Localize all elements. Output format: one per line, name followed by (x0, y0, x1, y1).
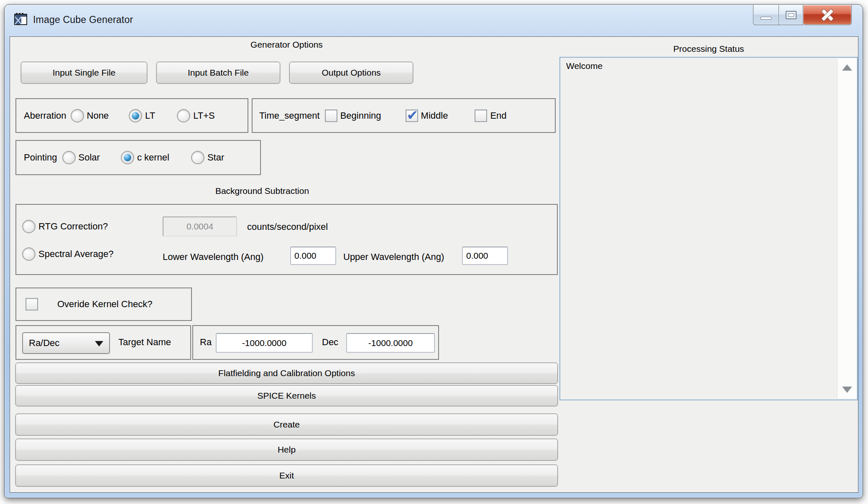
maximize-button[interactable] (779, 5, 803, 25)
ra-label: Ra (200, 337, 212, 348)
radio-icon (129, 109, 142, 122)
dec-label: Dec (322, 337, 338, 348)
radio-icon (71, 109, 84, 122)
radio-icon (22, 220, 36, 233)
radio-icon (22, 247, 36, 261)
client-area: Generator Options Input Single File Inpu… (10, 36, 858, 493)
input-single-file-button[interactable]: Input Single File (21, 62, 147, 84)
time-segment-label: Time_segment (259, 110, 320, 121)
aberration-group: Aberration None LT LT+S (15, 98, 248, 133)
background-subtraction-group: RTG Correction? counts/second/pixel Spec… (15, 204, 558, 275)
window-title: Image Cube Generator (33, 14, 133, 25)
radio-icon (62, 151, 76, 164)
checkbox-end[interactable]: End (475, 109, 506, 122)
time-segment-group: Time_segment Beginning Middle End (252, 98, 556, 133)
upper-wavelength-label: Upper Wavelength (Ang) (343, 252, 444, 262)
dropdown-value: Ra/Dec (29, 338, 59, 349)
screen: Image Cube Generator Generator Options I… (0, 0, 868, 504)
radio-icon (121, 151, 134, 164)
checkbox-icon (406, 109, 418, 122)
upper-wavelength-input[interactable] (462, 247, 508, 265)
maximize-icon (786, 11, 797, 19)
radec-group: Ra Dec (192, 325, 439, 360)
help-button[interactable]: Help (15, 439, 558, 461)
titlebar[interactable]: Image Cube Generator (5, 5, 863, 36)
radio-aberration-none[interactable]: None (71, 109, 109, 122)
radio-pointing-star[interactable]: Star (191, 151, 224, 164)
processing-status-panel: Welcome (559, 57, 858, 400)
scroll-down-icon[interactable] (842, 387, 852, 393)
scroll-up-icon[interactable] (842, 64, 852, 71)
target-name-label: Target Name (118, 337, 171, 348)
flatfielding-calibration-button[interactable]: Flatfielding and Calibration Options (15, 363, 558, 384)
dec-input[interactable] (346, 333, 435, 353)
radio-aberration-lts[interactable]: LT+S (177, 109, 215, 122)
input-batch-file-button[interactable]: Input Batch File (156, 62, 280, 84)
checkbox-icon (325, 109, 337, 122)
target-mode-group: Ra/Dec Target Name (15, 325, 191, 360)
close-button[interactable] (803, 5, 852, 25)
lower-wavelength-label: Lower Wavelength (Ang) (163, 252, 263, 262)
override-kernel-group: Overide Kernel Check? (15, 288, 192, 321)
window-controls (753, 5, 852, 25)
radio-icon (177, 109, 190, 122)
ra-input[interactable] (216, 333, 313, 353)
radio-pointing-solar[interactable]: Solar (62, 151, 100, 164)
rtg-rate-input[interactable] (163, 216, 237, 237)
checkbox-icon (26, 298, 38, 311)
radio-icon (191, 151, 204, 164)
background-subtraction-heading: Background Subtraction (15, 186, 509, 196)
checkbox-icon (475, 109, 487, 122)
chevron-down-icon (95, 341, 103, 346)
lower-wavelength-input[interactable] (290, 247, 336, 265)
exit-button[interactable]: Exit (15, 465, 558, 486)
generator-options-heading: Generator Options (15, 40, 558, 50)
checkbox-beginning[interactable]: Beginning (325, 109, 381, 122)
minimize-button[interactable] (753, 5, 779, 25)
pointing-group: Pointing Solar c kernel Star (15, 140, 261, 175)
pointing-label: Pointing (24, 152, 57, 163)
checkbox-override-kernel[interactable] (26, 298, 38, 311)
radio-rtg-correction[interactable]: RTG Correction? (22, 220, 108, 233)
status-log[interactable]: Welcome (560, 58, 836, 400)
rtg-unit-label: counts/second/pixel (247, 221, 328, 232)
override-kernel-label: Overide Kernel Check? (57, 299, 152, 310)
close-icon (821, 9, 834, 21)
output-options-button[interactable]: Output Options (289, 62, 413, 84)
minimize-icon (761, 17, 771, 20)
app-window: Image Cube Generator Generator Options I… (4, 4, 863, 498)
create-button[interactable]: Create (15, 414, 558, 435)
target-mode-dropdown[interactable]: Ra/Dec (22, 332, 110, 354)
radio-pointing-ckernel[interactable]: c kernel (121, 151, 169, 164)
checkbox-middle[interactable]: Middle (406, 109, 448, 122)
radio-spectral-average[interactable]: Spectral Average? (22, 247, 113, 261)
spice-kernels-button[interactable]: SPICE Kernels (15, 385, 558, 406)
processing-status-heading: Processing Status (559, 44, 858, 54)
radio-aberration-lt[interactable]: LT (129, 109, 155, 122)
app-icon (13, 12, 28, 26)
status-scrollbar[interactable] (837, 59, 856, 399)
aberration-label: Aberration (24, 110, 66, 121)
